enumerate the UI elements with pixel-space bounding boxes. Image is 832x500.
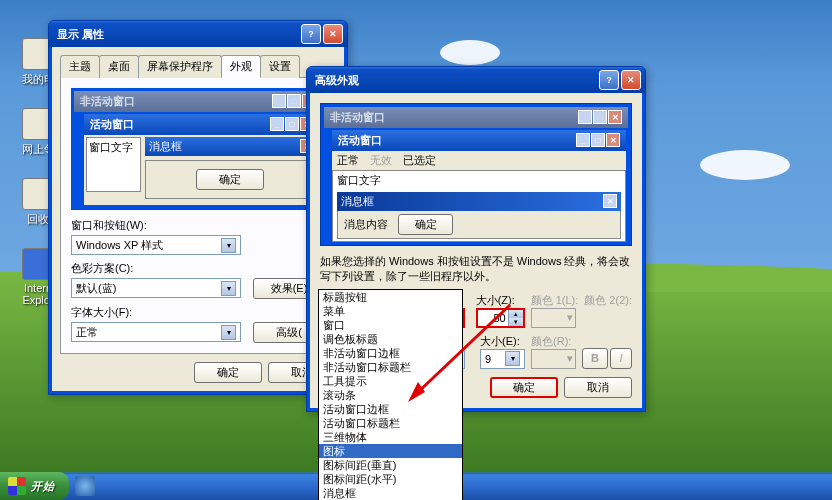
chevron-down-icon: ▾ <box>221 325 236 340</box>
chevron-down-icon: ▾ <box>221 238 236 253</box>
preview-ok: 确定 <box>398 214 453 235</box>
color1-picker: ▾ <box>531 308 576 328</box>
dropdown-value: 默认(蓝) <box>76 281 116 296</box>
label-font-size: 字体大小(F): <box>71 305 325 320</box>
window-display-properties: 显示 属性 ? ✕ 主题 桌面 屏幕保护程序 外观 设置 非活动窗口 _□✕ 活… <box>48 20 348 395</box>
italic-button: I <box>610 348 632 369</box>
window-title: 显示 属性 <box>57 27 301 42</box>
taskbar-ie-icon[interactable] <box>75 476 95 496</box>
advanced-note: 如果您选择的 Windows 和按钮设置不是 Windows 经典，将会改写下列… <box>320 254 632 285</box>
client-area: 主题 桌面 屏幕保护程序 外观 设置 非活动窗口 _□✕ 活动窗口 _□✕ <box>52 47 344 391</box>
dropdown-value: Windows XP 样式 <box>76 238 163 253</box>
preview-msg-content: 消息内容 <box>344 217 388 232</box>
close-button[interactable]: ✕ <box>621 70 641 90</box>
dropdown-option[interactable]: 非活动窗口标题栏 <box>319 360 462 374</box>
preview-window-text: 窗口文字 <box>337 173 621 188</box>
preview-ok-button: 确定 <box>196 169 264 190</box>
dropdown-option[interactable]: 图标 <box>319 444 462 458</box>
preview-normal: 正常 <box>337 154 359 166</box>
ok-button[interactable]: 确定 <box>194 362 262 383</box>
dropdown-option[interactable]: 调色板标题 <box>319 332 462 346</box>
dropdown-color-scheme[interactable]: 默认(蓝) ▾ <box>71 278 241 298</box>
down-icon[interactable]: ▼ <box>508 318 523 326</box>
start-label: 开始 <box>31 479 55 494</box>
tab-page: 非活动窗口 _□✕ 活动窗口 _□✕ 窗口文字 消息框 <box>60 78 336 354</box>
preview-active-title: 活动窗口 <box>90 117 134 132</box>
dropdown-option[interactable]: 非活动窗口边框 <box>319 346 462 360</box>
dropdown-option[interactable]: 窗口 <box>319 318 462 332</box>
window-title: 高级外观 <box>315 73 599 88</box>
tab-settings[interactable]: 设置 <box>260 55 300 78</box>
tab-strip: 主题 桌面 屏幕保护程序 外观 设置 <box>60 55 336 78</box>
tab-desktop[interactable]: 桌面 <box>99 55 139 78</box>
size-input[interactable] <box>478 310 508 326</box>
cancel-button[interactable]: 取消 <box>564 377 632 398</box>
dropdown-option[interactable]: 消息框 <box>319 486 462 500</box>
preview-selected: 已选定 <box>403 154 436 166</box>
label-color1: 颜色 1(L): <box>531 293 579 308</box>
font-size-dropdown[interactable]: 9 ▾ <box>480 349 525 369</box>
titlebar[interactable]: 显示 属性 ? ✕ <box>49 21 347 47</box>
label-colorr: 颜色(R): <box>531 334 576 349</box>
tab-appearance[interactable]: 外观 <box>221 55 261 78</box>
preview-disabled: 无效 <box>370 154 392 166</box>
dropdown-option[interactable]: 图标间距(垂直) <box>319 458 462 472</box>
label-color2: 颜色 2(2): <box>584 293 632 308</box>
dropdown-option[interactable]: 标题按钮 <box>319 290 462 304</box>
chevron-down-icon: ▾ <box>505 351 520 366</box>
dropdown-option[interactable]: 活动窗口边框 <box>319 402 462 416</box>
ok-button[interactable]: 确定 <box>490 377 558 398</box>
dropdown-option[interactable]: 菜单 <box>319 304 462 318</box>
label-size2: 大小(E): <box>480 334 525 349</box>
preview-active-title: 活动窗口 <box>338 133 382 148</box>
dropdown-option[interactable]: 活动窗口标题栏 <box>319 416 462 430</box>
help-button[interactable]: ? <box>301 24 321 44</box>
chevron-down-icon: ▾ <box>221 281 236 296</box>
titlebar[interactable]: 高级外观 ? ✕ <box>307 67 645 93</box>
dropdown-value: 9 <box>485 353 491 365</box>
dropdown-option[interactable]: 滚动条 <box>319 388 462 402</box>
size-spinner[interactable]: ▲▼ <box>476 308 525 328</box>
preview-msgbox-title: 消息框 <box>341 194 374 209</box>
label-windows-buttons: 窗口和按钮(W): <box>71 218 325 233</box>
help-button[interactable]: ? <box>599 70 619 90</box>
preview-inactive-title: 非活动窗口 <box>80 94 135 109</box>
label-size: 大小(Z): <box>476 293 525 308</box>
preview-window-text: 窗口文字 <box>86 137 141 192</box>
up-icon[interactable]: ▲ <box>508 310 523 318</box>
close-button[interactable]: ✕ <box>323 24 343 44</box>
dropdown-font-size[interactable]: 正常 ▾ <box>71 322 241 342</box>
dropdown-option[interactable]: 图标间距(水平) <box>319 472 462 486</box>
tab-screensaver[interactable]: 屏幕保护程序 <box>138 55 222 78</box>
dropdown-option[interactable]: 三维物体 <box>319 430 462 444</box>
dropdown-value: 正常 <box>76 325 98 340</box>
label-color-scheme: 色彩方案(C): <box>71 261 325 276</box>
item-dropdown-list[interactable]: 标题按钮菜单窗口调色板标题非活动窗口边框非活动窗口标题栏工具提示滚动条活动窗口边… <box>318 289 463 500</box>
dropdown-option[interactable]: 工具提示 <box>319 374 462 388</box>
appearance-preview: 非活动窗口 _□✕ 活动窗口 _□✕ 窗口文字 消息框 <box>71 88 325 210</box>
colorr-picker: ▾ <box>531 349 576 369</box>
preview-msgbox-title: 消息框 <box>149 139 182 154</box>
dropdown-windows-buttons[interactable]: Windows XP 样式 ▾ <box>71 235 241 255</box>
preview-inactive-title: 非活动窗口 <box>330 110 385 125</box>
bold-button: B <box>582 348 608 369</box>
tab-theme[interactable]: 主题 <box>60 55 100 78</box>
advanced-preview: 非活动窗口 _□✕ 活动窗口 _□✕ 正常 无效 已选定 窗口文字 消息框 <box>320 103 632 246</box>
start-button[interactable]: 开始 <box>0 472 69 500</box>
